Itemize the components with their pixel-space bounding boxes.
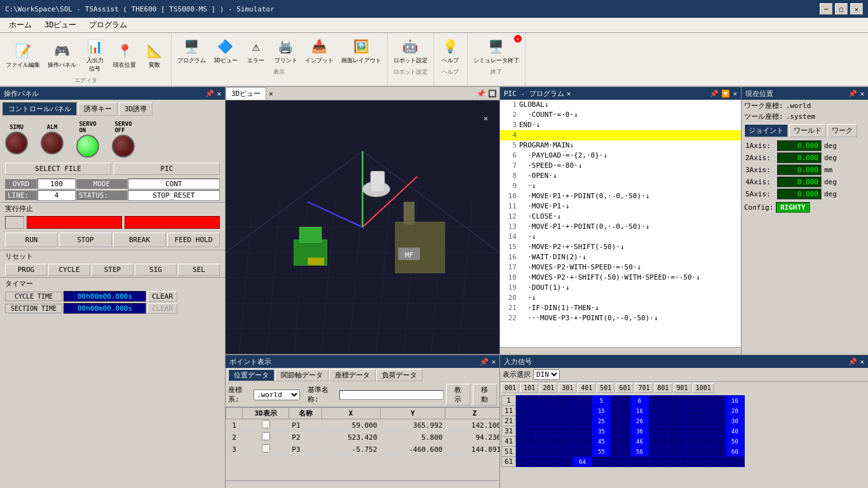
pic-pin[interactable]: 📌 — [710, 90, 719, 98]
pic-hscroll[interactable] — [500, 347, 741, 355]
point-display-pin[interactable]: 📌 — [480, 358, 489, 366]
row1-3d-checkbox[interactable] — [262, 420, 270, 428]
point-display-close[interactable]: ✕ — [491, 358, 496, 366]
row1-x: 59.000 — [322, 419, 380, 431]
sig-tab-201[interactable]: 201 — [539, 383, 557, 393]
select-file-btn[interactable]: SELECT FILE — [5, 163, 111, 175]
ribbon-help[interactable]: 💡 ヘルプ — [437, 34, 465, 67]
current-pos-close[interactable]: ✕ — [860, 90, 864, 98]
3dview-pin[interactable]: 📌 — [477, 90, 485, 98]
ribbon-simulator-exit[interactable]: ✕ 🖥️ シミュレータ終了 — [470, 34, 522, 67]
tab-work[interactable]: ワーク — [827, 124, 857, 137]
ribbon-3d-view[interactable]: 🔷 3Dビュー — [210, 34, 241, 67]
point-table-container[interactable]: 3D表示 名称 X Y Z C T 1 — [226, 407, 499, 480]
sig-tab-301[interactable]: 301 — [559, 383, 576, 393]
tab-coord-data[interactable]: 座標データ — [329, 369, 376, 381]
sig-cell-41-9 — [668, 437, 688, 447]
ribbon-current-pos[interactable]: 📍 現在位置 — [110, 39, 139, 71]
ribbon-robot-settings[interactable]: 🤖 ロボット設定 — [390, 34, 431, 67]
sig-tab-701[interactable]: 701 — [635, 383, 653, 393]
tab-3dview[interactable]: 3Dビュー — [226, 87, 266, 100]
ribbon-layout[interactable]: 🖼️ 画面レイアウト — [338, 34, 384, 67]
3dview-close[interactable]: ✕ — [269, 90, 273, 98]
servo-off-led[interactable] — [112, 135, 135, 158]
sig-cell-1-11 — [707, 396, 726, 406]
sig-tab-1001[interactable]: 1001 — [693, 383, 714, 393]
maximize-button[interactable]: □ — [835, 3, 848, 15]
3dview-max[interactable]: 🔲 — [488, 90, 497, 98]
pic-line-9: 9 ·↓ — [500, 181, 741, 191]
op-panel-pin[interactable]: 📌 — [205, 90, 214, 98]
run-btn[interactable]: RUN — [5, 233, 58, 247]
3d-view-panel: 3Dビュー ✕ 📌 🔲 — [226, 87, 499, 355]
pic-line-3: 3END·↓ — [500, 120, 741, 130]
file-edit-icon: 📝 — [13, 41, 33, 61]
tab-position-data[interactable]: 位置データ — [228, 369, 275, 381]
ctrl-tab-3d-guide[interactable]: 3D誘導 — [119, 102, 153, 116]
ribbon-io-signal[interactable]: 📊 入出力信号 — [81, 34, 109, 75]
sig-btn[interactable]: SIG — [135, 264, 177, 276]
svg-rect-21 — [299, 227, 321, 243]
sig-tab-501[interactable]: 501 — [597, 383, 614, 393]
coord-tabs: 位置データ 関節軸データ 座標データ 負荷データ — [226, 368, 499, 383]
tab-load-data[interactable]: 負荷データ — [376, 369, 423, 381]
joint-world-tabs: ジョイント ワールド ワーク — [744, 124, 865, 137]
sig-tab-901[interactable]: 901 — [674, 383, 691, 393]
pic-close[interactable]: ✕ — [733, 90, 737, 98]
menu-3dview[interactable]: 3Dビュー — [38, 18, 83, 32]
row2-3d-checkbox[interactable] — [262, 432, 270, 440]
menu-program[interactable]: プログラム — [83, 18, 133, 32]
sig-tab-601[interactable]: 601 — [616, 383, 634, 393]
sig-tab-101[interactable]: 101 — [520, 383, 538, 393]
error-icon: ⚠️ — [246, 36, 266, 57]
menu-home[interactable]: ホーム — [3, 18, 38, 32]
pic-scroll[interactable]: 1GLOBAL↓ 2 ·COUNT·=·0·↓ 3END·↓ 4 5PROGRA… — [500, 100, 741, 347]
sig-tab-401[interactable]: 401 — [578, 383, 595, 393]
step-btn[interactable]: STEP — [92, 264, 133, 276]
pic-btn[interactable]: PIC — [114, 163, 220, 175]
signal-grid-container[interactable]: 1 5 6 — [500, 394, 868, 488]
ctrl-tab-control[interactable]: コントロールパネル — [3, 102, 77, 116]
tab-world[interactable]: ワールド — [789, 124, 826, 137]
ribbon-error[interactable]: ⚠️ エラー — [242, 34, 270, 67]
sig-tab-801[interactable]: 801 — [654, 383, 672, 393]
op-panel-close[interactable]: ✕ — [217, 90, 221, 98]
coord-system-select[interactable]: .world — [254, 390, 300, 400]
axis-3-unit: mm — [822, 166, 841, 174]
input-signal-pin[interactable]: 📌 — [848, 358, 857, 366]
point-table-hscroll[interactable] — [226, 480, 499, 488]
servo-on-led[interactable] — [76, 135, 99, 158]
pic-tab-close[interactable]: ✕ — [567, 90, 571, 98]
prog-btn[interactable]: PROG — [5, 264, 47, 276]
base-name-input[interactable] — [339, 390, 444, 400]
stop-btn[interactable]: STOP — [59, 233, 112, 247]
cycle-clear-btn[interactable]: CLEAR — [147, 291, 177, 302]
move-btn[interactable]: 移動 — [473, 384, 497, 405]
feed-hold-btn[interactable]: FEED HOLD — [167, 233, 220, 247]
ribbon-print[interactable]: 🖨️ プリント — [271, 34, 301, 67]
break-btn[interactable]: BREAK — [113, 233, 166, 247]
ribbon-variables[interactable]: 📐 変数 — [140, 39, 168, 71]
row3-3d-checkbox[interactable] — [262, 444, 270, 452]
ribbon-op-panel[interactable]: 🎮 操作パネル — [44, 39, 79, 71]
section-clear-btn[interactable]: CLEAR — [147, 303, 177, 314]
ribbon-file-edit[interactable]: 📝 ファイル編集 — [3, 39, 43, 71]
row2-name: P2 — [289, 431, 322, 444]
tab-joint[interactable]: ジョイント — [744, 124, 788, 137]
display-selector-select[interactable]: DIN — [533, 369, 560, 380]
config-label: Config: — [744, 203, 776, 212]
tab-joint-data[interactable]: 関節軸データ — [275, 369, 329, 381]
pic-max[interactable]: 🔽 — [721, 90, 730, 98]
minimize-button[interactable]: ─ — [820, 3, 832, 15]
cycle-btn[interactable]: CYCLE — [48, 264, 90, 276]
ovrd-value[interactable]: 100 — [37, 179, 76, 189]
ribbon-program[interactable]: 🖥️ プログラム — [174, 34, 209, 67]
ribbon-input[interactable]: 📥 インプット — [302, 34, 337, 67]
sig-tab-001[interactable]: 001 — [501, 383, 519, 393]
ctrl-tab-guide[interactable]: 誘導キー — [78, 102, 118, 116]
input-signal-close[interactable]: ✕ — [860, 358, 864, 366]
show-btn[interactable]: 教示 — [446, 384, 470, 405]
sel-btn[interactable]: SEL — [178, 264, 220, 276]
current-pos-pin[interactable]: 📌 — [848, 90, 857, 98]
close-button[interactable]: ✕ — [850, 3, 863, 15]
